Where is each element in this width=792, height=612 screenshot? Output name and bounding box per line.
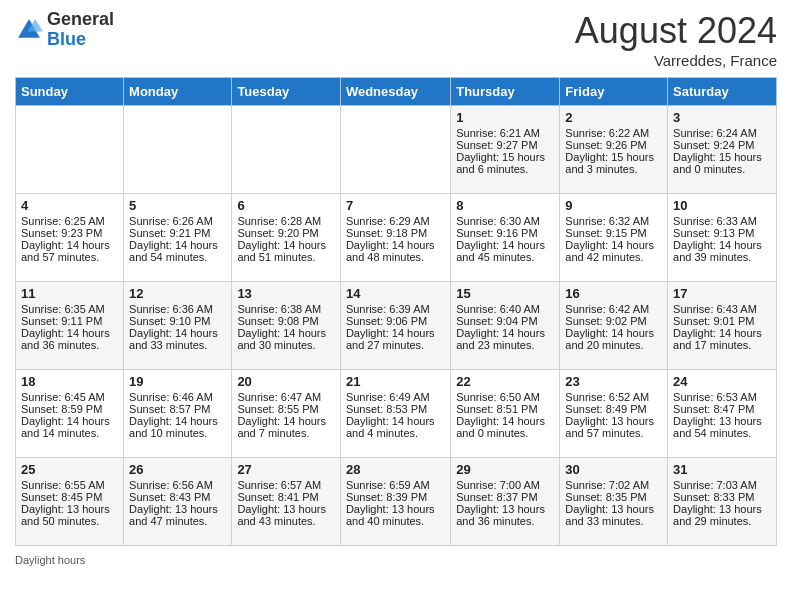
day-number: 14 xyxy=(346,286,445,301)
day-number: 11 xyxy=(21,286,118,301)
sunset: Sunset: 8:43 PM xyxy=(129,491,226,503)
daylight: Daylight: 14 hours and 57 minutes. xyxy=(21,239,118,263)
sunrise: Sunrise: 6:49 AM xyxy=(346,391,445,403)
page-header: General Blue August 2024 Varreddes, Fran… xyxy=(15,10,777,69)
sunrise: Sunrise: 6:35 AM xyxy=(21,303,118,315)
calendar-cell: 26Sunrise: 6:56 AMSunset: 8:43 PMDayligh… xyxy=(124,458,232,546)
sunset: Sunset: 9:21 PM xyxy=(129,227,226,239)
day-number: 21 xyxy=(346,374,445,389)
logo: General Blue xyxy=(15,10,114,50)
daylight: Daylight: 14 hours and 14 minutes. xyxy=(21,415,118,439)
calendar-cell xyxy=(232,106,341,194)
sunset: Sunset: 9:16 PM xyxy=(456,227,554,239)
daylight: Daylight: 13 hours and 50 minutes. xyxy=(21,503,118,527)
calendar-cell: 20Sunrise: 6:47 AMSunset: 8:55 PMDayligh… xyxy=(232,370,341,458)
daylight: Daylight: 14 hours and 20 minutes. xyxy=(565,327,662,351)
calendar-week: 18Sunrise: 6:45 AMSunset: 8:59 PMDayligh… xyxy=(16,370,777,458)
daylight: Daylight: 15 hours and 0 minutes. xyxy=(673,151,771,175)
day-number: 1 xyxy=(456,110,554,125)
sunset: Sunset: 9:04 PM xyxy=(456,315,554,327)
month-title: August 2024 xyxy=(575,10,777,52)
sunset: Sunset: 9:26 PM xyxy=(565,139,662,151)
day-number: 24 xyxy=(673,374,771,389)
calendar-cell: 12Sunrise: 6:36 AMSunset: 9:10 PMDayligh… xyxy=(124,282,232,370)
sunset: Sunset: 9:06 PM xyxy=(346,315,445,327)
day-number: 20 xyxy=(237,374,335,389)
calendar-week: 25Sunrise: 6:55 AMSunset: 8:45 PMDayligh… xyxy=(16,458,777,546)
sunset: Sunset: 9:18 PM xyxy=(346,227,445,239)
daylight: Daylight: 14 hours and 36 minutes. xyxy=(21,327,118,351)
calendar-cell: 8Sunrise: 6:30 AMSunset: 9:16 PMDaylight… xyxy=(451,194,560,282)
daylight-hours-label: Daylight hours xyxy=(15,554,85,566)
calendar-cell: 10Sunrise: 6:33 AMSunset: 9:13 PMDayligh… xyxy=(668,194,777,282)
header-day: Friday xyxy=(560,78,668,106)
sunset: Sunset: 9:13 PM xyxy=(673,227,771,239)
calendar-cell xyxy=(124,106,232,194)
sunrise: Sunrise: 7:00 AM xyxy=(456,479,554,491)
day-number: 30 xyxy=(565,462,662,477)
calendar-body: 1Sunrise: 6:21 AMSunset: 9:27 PMDaylight… xyxy=(16,106,777,546)
sunset: Sunset: 8:51 PM xyxy=(456,403,554,415)
sunset: Sunset: 9:11 PM xyxy=(21,315,118,327)
sunrise: Sunrise: 6:24 AM xyxy=(673,127,771,139)
calendar-cell: 28Sunrise: 6:59 AMSunset: 8:39 PMDayligh… xyxy=(340,458,450,546)
daylight: Daylight: 14 hours and 0 minutes. xyxy=(456,415,554,439)
calendar-cell: 19Sunrise: 6:46 AMSunset: 8:57 PMDayligh… xyxy=(124,370,232,458)
sunset: Sunset: 8:39 PM xyxy=(346,491,445,503)
sunrise: Sunrise: 6:39 AM xyxy=(346,303,445,315)
sunrise: Sunrise: 6:50 AM xyxy=(456,391,554,403)
sunrise: Sunrise: 6:57 AM xyxy=(237,479,335,491)
sunrise: Sunrise: 6:21 AM xyxy=(456,127,554,139)
calendar-cell: 1Sunrise: 6:21 AMSunset: 9:27 PMDaylight… xyxy=(451,106,560,194)
sunset: Sunset: 8:55 PM xyxy=(237,403,335,415)
day-number: 16 xyxy=(565,286,662,301)
daylight: Daylight: 14 hours and 4 minutes. xyxy=(346,415,445,439)
calendar-cell: 2Sunrise: 6:22 AMSunset: 9:26 PMDaylight… xyxy=(560,106,668,194)
daylight: Daylight: 14 hours and 30 minutes. xyxy=(237,327,335,351)
sunset: Sunset: 9:01 PM xyxy=(673,315,771,327)
sunset: Sunset: 9:02 PM xyxy=(565,315,662,327)
day-number: 5 xyxy=(129,198,226,213)
calendar-cell xyxy=(340,106,450,194)
calendar-cell: 27Sunrise: 6:57 AMSunset: 8:41 PMDayligh… xyxy=(232,458,341,546)
sunset: Sunset: 9:24 PM xyxy=(673,139,771,151)
calendar-cell: 17Sunrise: 6:43 AMSunset: 9:01 PMDayligh… xyxy=(668,282,777,370)
calendar-cell: 16Sunrise: 6:42 AMSunset: 9:02 PMDayligh… xyxy=(560,282,668,370)
sunset: Sunset: 8:37 PM xyxy=(456,491,554,503)
calendar-cell: 22Sunrise: 6:50 AMSunset: 8:51 PMDayligh… xyxy=(451,370,560,458)
logo-blue: Blue xyxy=(47,30,114,50)
calendar-cell: 29Sunrise: 7:00 AMSunset: 8:37 PMDayligh… xyxy=(451,458,560,546)
sunset: Sunset: 8:57 PM xyxy=(129,403,226,415)
day-number: 7 xyxy=(346,198,445,213)
location: Varreddes, France xyxy=(575,52,777,69)
calendar-cell xyxy=(16,106,124,194)
sunrise: Sunrise: 6:25 AM xyxy=(21,215,118,227)
title-block: August 2024 Varreddes, France xyxy=(575,10,777,69)
sunrise: Sunrise: 6:59 AM xyxy=(346,479,445,491)
day-number: 4 xyxy=(21,198,118,213)
logo-icon xyxy=(15,16,43,44)
day-number: 17 xyxy=(673,286,771,301)
sunrise: Sunrise: 7:02 AM xyxy=(565,479,662,491)
sunrise: Sunrise: 6:56 AM xyxy=(129,479,226,491)
day-number: 3 xyxy=(673,110,771,125)
sunset: Sunset: 9:20 PM xyxy=(237,227,335,239)
calendar-cell: 13Sunrise: 6:38 AMSunset: 9:08 PMDayligh… xyxy=(232,282,341,370)
calendar-cell: 24Sunrise: 6:53 AMSunset: 8:47 PMDayligh… xyxy=(668,370,777,458)
day-number: 28 xyxy=(346,462,445,477)
logo-text: General Blue xyxy=(47,10,114,50)
sunset: Sunset: 9:27 PM xyxy=(456,139,554,151)
day-number: 6 xyxy=(237,198,335,213)
sunset: Sunset: 8:35 PM xyxy=(565,491,662,503)
sunrise: Sunrise: 6:32 AM xyxy=(565,215,662,227)
header-day: Sunday xyxy=(16,78,124,106)
header-day: Monday xyxy=(124,78,232,106)
day-number: 26 xyxy=(129,462,226,477)
calendar-week: 1Sunrise: 6:21 AMSunset: 9:27 PMDaylight… xyxy=(16,106,777,194)
day-number: 31 xyxy=(673,462,771,477)
daylight: Daylight: 13 hours and 43 minutes. xyxy=(237,503,335,527)
sunrise: Sunrise: 6:26 AM xyxy=(129,215,226,227)
sunset: Sunset: 8:53 PM xyxy=(346,403,445,415)
day-number: 29 xyxy=(456,462,554,477)
sunrise: Sunrise: 6:55 AM xyxy=(21,479,118,491)
